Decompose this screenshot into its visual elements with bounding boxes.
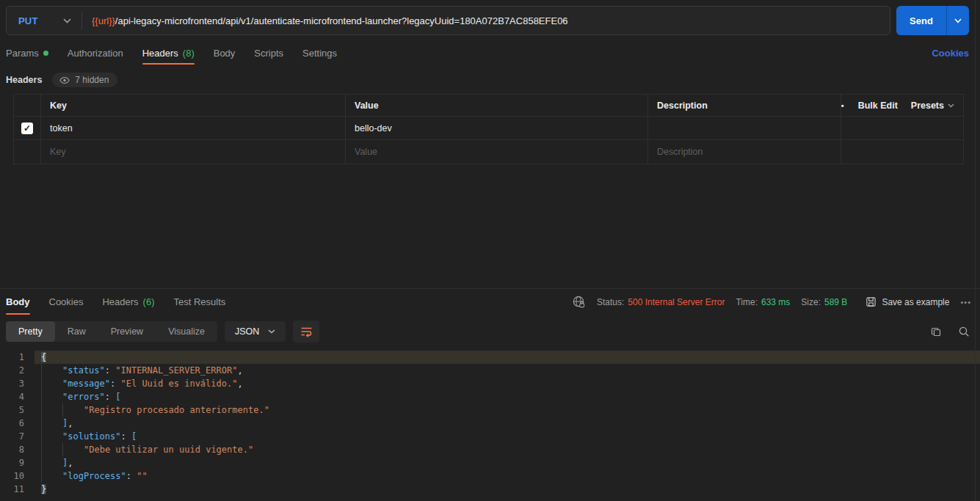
- code-line: 8"Debe utilizar un uuid vigente.": [0, 443, 980, 456]
- code-line-content: "logProcess": "": [35, 469, 980, 483]
- view-tab-preview[interactable]: Preview: [98, 321, 156, 342]
- save-as-example-label: Save as example: [882, 297, 949, 307]
- code-line-content: "solutions": [: [35, 430, 980, 443]
- save-as-example-button[interactable]: Save as example: [865, 296, 949, 307]
- wrap-text-button[interactable]: [293, 321, 319, 343]
- response-tab-cookies[interactable]: Cookies: [49, 289, 84, 315]
- more-actions-button[interactable]: •••: [841, 101, 845, 110]
- save-icon: [865, 296, 876, 307]
- send-options-button[interactable]: [946, 6, 969, 35]
- line-number: 11: [0, 483, 35, 496]
- token-punc: :: [110, 379, 120, 389]
- response-meta: Status:500 Internal Server Error Time:63…: [572, 289, 971, 315]
- size-label: Size:: [801, 297, 821, 307]
- token-str: "Registro procesado anteriormente.": [84, 405, 269, 415]
- code-line-content: ],: [35, 417, 980, 430]
- indent-guide: [62, 443, 84, 456]
- method-selector[interactable]: PUT: [7, 15, 81, 26]
- new-header-row: Key Value Description: [14, 140, 963, 164]
- tab-headers[interactable]: Headers(8): [142, 41, 195, 65]
- response-tab-headers[interactable]: Headers(6): [102, 289, 154, 315]
- view-tab-visualize[interactable]: Visualize: [156, 321, 217, 342]
- token-punc: :: [120, 431, 131, 442]
- view-tab-raw[interactable]: Raw: [55, 321, 98, 342]
- new-value-input[interactable]: Value: [346, 140, 648, 164]
- code-line: 10"logProcess": "": [0, 469, 980, 483]
- token-punc: :: [105, 365, 115, 376]
- header-description-cell[interactable]: [648, 117, 841, 139]
- code-line-content: ],: [35, 456, 980, 469]
- response-more-options-button[interactable]: •••: [960, 298, 971, 307]
- headers-section-header: Headers 7 hidden: [0, 65, 980, 92]
- select-all-cell: [14, 95, 41, 116]
- request-response-spacer: [0, 164, 980, 288]
- status-label: Status:: [597, 297, 624, 307]
- token-str: "El Uuid es inválido.": [120, 379, 237, 389]
- time-label: Time:: [736, 297, 758, 307]
- response-tabs: BodyCookiesHeaders(6)Test Results Status…: [0, 289, 980, 315]
- view-mode-tabs: PrettyRawPreviewVisualize: [6, 321, 217, 342]
- toolbar-right: [930, 326, 970, 337]
- request-url-row: PUT {{url}}/api-legacy-microfrontend/api…: [0, 0, 980, 41]
- token-key: "errors": [62, 392, 105, 402]
- view-tab-pretty[interactable]: Pretty: [6, 321, 55, 342]
- method-label: PUT: [18, 15, 38, 26]
- indent-guide: [41, 443, 62, 456]
- cookies-link[interactable]: Cookies: [932, 41, 969, 65]
- proxy-globe-icon[interactable]: [572, 295, 586, 309]
- token-key: "solutions": [62, 431, 120, 442]
- code-line-content: "Debe utilizar un uuid vigente.": [35, 443, 980, 456]
- response-tab-test-results-label: Test Results: [174, 296, 226, 307]
- indent-guide: [41, 417, 62, 430]
- code-line-content: "errors": [: [35, 390, 980, 403]
- search-icon[interactable]: [958, 326, 970, 337]
- tab-params[interactable]: Params: [6, 41, 48, 65]
- bulk-edit-button[interactable]: Bulk Edit: [858, 100, 898, 111]
- code-line-content: "Registro procesado anteriormente.": [35, 403, 980, 417]
- line-number: 2: [0, 364, 35, 377]
- request-tabs: ParamsAuthorizationHeaders(8)BodyScripts…: [0, 41, 980, 65]
- indent-guide: [41, 364, 62, 377]
- tab-authorization[interactable]: Authorization: [68, 41, 123, 65]
- column-header-value: Value: [346, 95, 648, 116]
- table-header-row: Key Value Description ••• Bulk Edit Pres…: [14, 95, 963, 117]
- response-body-code: 1{2"status": "INTERNAL_SERVER_ERROR",3"m…: [0, 348, 980, 501]
- row-checkbox[interactable]: ✓: [21, 122, 33, 134]
- response-tab-test-results[interactable]: Test Results: [174, 289, 226, 315]
- response-body-toolbar: PrettyRawPreviewVisualize JSON: [0, 315, 980, 348]
- header-value-cell[interactable]: bello-dev: [346, 117, 648, 139]
- token-punc: ,: [68, 458, 73, 468]
- token-key: "logProcess": [62, 471, 126, 481]
- token-bracket: [: [131, 431, 137, 442]
- line-number: 3: [0, 377, 35, 390]
- tab-body-label: Body: [214, 48, 236, 59]
- column-header-description: Description: [648, 95, 841, 116]
- send-button[interactable]: Send: [896, 6, 946, 35]
- response-tab-body[interactable]: Body: [6, 289, 30, 315]
- presets-dropdown[interactable]: Presets: [911, 100, 954, 111]
- header-key-cell[interactable]: token: [41, 117, 346, 139]
- header-row-token: ✓ token bello-dev: [14, 117, 963, 140]
- line-number: 10: [0, 469, 35, 483]
- token-punc: ,: [237, 365, 242, 376]
- new-row-actions: [841, 140, 963, 164]
- tab-scripts[interactable]: Scripts: [254, 41, 283, 65]
- line-number: 9: [0, 456, 35, 469]
- params-active-dot: [43, 51, 48, 56]
- token-key: "message": [62, 379, 110, 389]
- url-input[interactable]: {{url}}/api-legacy-microfrontend/api/v1/…: [82, 15, 578, 26]
- response-tab-body-label: Body: [6, 296, 30, 307]
- token-punc: ,: [68, 418, 73, 428]
- new-key-input[interactable]: Key: [41, 140, 346, 164]
- tab-settings[interactable]: Settings: [302, 41, 337, 65]
- tab-body[interactable]: Body: [214, 41, 236, 65]
- hidden-headers-toggle[interactable]: 7 hidden: [52, 73, 117, 87]
- token-key: "status": [62, 365, 105, 376]
- copy-icon[interactable]: [930, 326, 942, 337]
- token-punc: ,: [237, 379, 242, 389]
- format-dropdown[interactable]: JSON: [225, 321, 286, 342]
- code-line: 9],: [0, 456, 980, 469]
- eye-icon: [59, 76, 70, 84]
- new-description-input[interactable]: Description: [648, 140, 841, 164]
- hidden-headers-label: 7 hidden: [75, 75, 109, 85]
